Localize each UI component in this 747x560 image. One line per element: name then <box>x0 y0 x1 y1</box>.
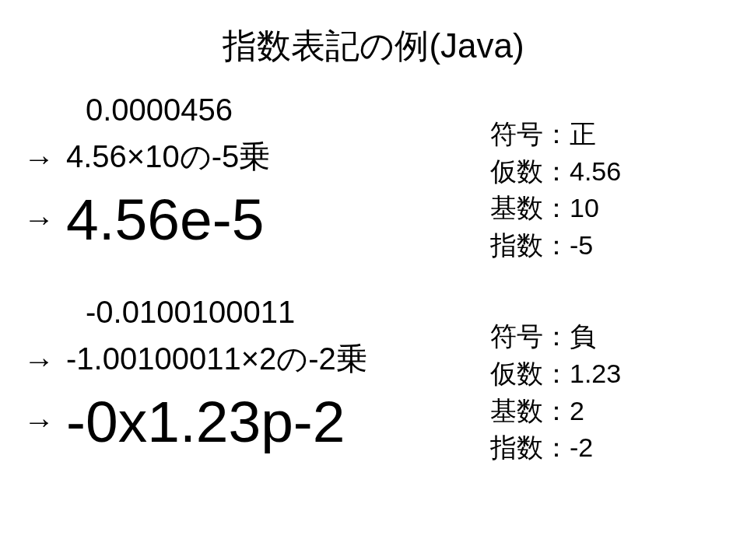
example-1-left: 0.0000456 →4.56×10の-5乗 →4.56e-5 <box>23 93 490 253</box>
example-1-value: 0.0000456 <box>86 93 490 128</box>
slide: 指数表記の例(Java) 0.0000456 →4.56×10の-5乗 →4.5… <box>0 0 747 560</box>
arrow-icon: → <box>23 404 66 439</box>
example-2-base: 基数：2 <box>490 393 724 430</box>
example-2-notation-row: →-0x1.23p-2 <box>23 388 490 455</box>
example-2-sign: 符号：負 <box>490 318 724 355</box>
example-1-expanded: 4.56×10の-5乗 <box>66 139 270 173</box>
example-1-base: 基数：10 <box>490 190 724 227</box>
example-2-left: -0.0100100011 →-1.00100011×2の-2乗 →-0x1.2… <box>23 295 490 455</box>
example-2-notation: -0x1.23p-2 <box>66 388 345 455</box>
example-2-exponent: 指数：-2 <box>490 429 724 467</box>
example-1-properties: 符号：正 仮数：4.56 基数：10 指数：-5 <box>490 93 724 264</box>
slide-title: 指数表記の例(Java) <box>23 23 724 69</box>
example-2-mantissa: 仮数：1.23 <box>490 355 724 393</box>
example-2-properties: 符号：負 仮数：1.23 基数：2 指数：-2 <box>490 295 724 466</box>
arrow-icon: → <box>23 202 66 237</box>
example-2-value: -0.0100100011 <box>86 295 490 330</box>
example-2: -0.0100100011 →-1.00100011×2の-2乗 →-0x1.2… <box>23 295 724 466</box>
example-1-notation-row: →4.56e-5 <box>23 186 490 253</box>
example-2-expanded: -1.00100011×2の-2乗 <box>66 341 367 376</box>
example-1-exponent: 指数：-5 <box>490 227 724 264</box>
arrow-icon: → <box>23 142 66 177</box>
example-1-notation: 4.56e-5 <box>66 186 264 253</box>
example-1-mantissa: 仮数：4.56 <box>490 153 724 191</box>
example-1-sign: 符号：正 <box>490 116 724 153</box>
arrow-icon: → <box>23 344 66 379</box>
example-1-expanded-row: →4.56×10の-5乗 <box>23 135 490 178</box>
example-2-expanded-row: →-1.00100011×2の-2乗 <box>23 338 490 380</box>
example-1: 0.0000456 →4.56×10の-5乗 →4.56e-5 符号：正 仮数：… <box>23 93 724 264</box>
